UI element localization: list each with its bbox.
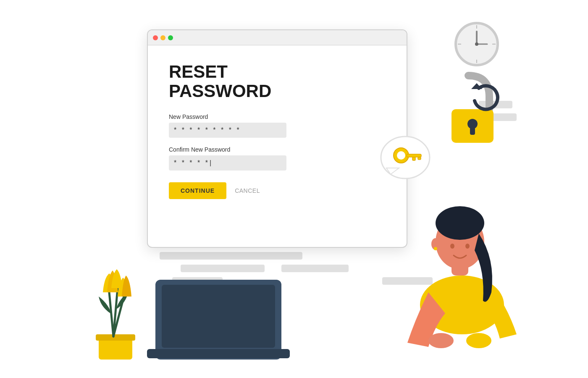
window-close-dot — [153, 35, 158, 40]
new-password-group: New Password — [169, 113, 386, 138]
tulips-illustration — [76, 242, 151, 361]
svg-point-3 — [475, 42, 478, 46]
new-password-label: New Password — [169, 113, 386, 120]
new-password-input[interactable] — [169, 123, 286, 138]
svg-point-23 — [450, 244, 454, 249]
svg-line-34 — [109, 292, 113, 336]
svg-rect-31 — [147, 349, 290, 358]
confirm-password-input[interactable] — [169, 155, 286, 171]
laptop-illustration — [147, 267, 290, 361]
confirm-password-label: Confirm New Password — [169, 146, 386, 153]
button-row: CONTINUE CANCEL — [169, 182, 386, 199]
cancel-button[interactable]: CANCEL — [235, 187, 260, 194]
bg-bar-3 — [281, 265, 349, 272]
svg-rect-30 — [162, 285, 275, 348]
window-maximize-dot — [168, 35, 173, 40]
page-title: RESET PASSWORD — [169, 62, 386, 101]
person-illustration — [365, 99, 533, 361]
svg-point-27 — [428, 333, 454, 348]
confirm-password-group: Confirm New Password — [169, 146, 386, 171]
svg-point-22 — [436, 206, 484, 240]
bg-bar-1 — [160, 252, 302, 260]
svg-point-26 — [434, 247, 437, 250]
browser-titlebar — [148, 30, 407, 45]
svg-rect-33 — [96, 334, 135, 341]
svg-point-24 — [465, 244, 470, 249]
scene: RESET PASSWORD New Password Confirm New … — [63, 17, 525, 361]
clock-decoration — [454, 21, 500, 67]
svg-point-28 — [466, 333, 491, 348]
continue-button[interactable]: CONTINUE — [169, 182, 226, 199]
window-minimize-dot — [160, 35, 165, 40]
